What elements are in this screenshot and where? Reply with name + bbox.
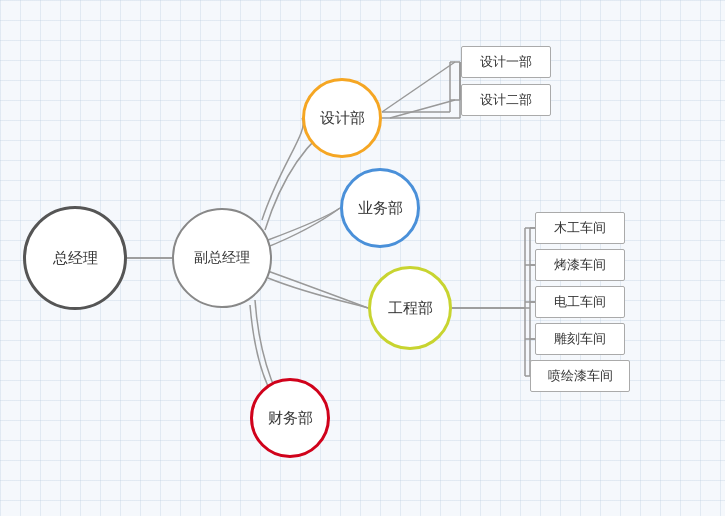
design1-label: 设计一部: [480, 53, 532, 71]
engineering2-label: 烤漆车间: [554, 256, 606, 274]
general-manager-node[interactable]: 总经理: [23, 206, 127, 310]
engineering4-rect[interactable]: 雕刻车间: [535, 323, 625, 355]
design2-label: 设计二部: [480, 91, 532, 109]
design2-rect[interactable]: 设计二部: [461, 84, 551, 116]
engineering4-label: 雕刻车间: [554, 330, 606, 348]
svg-line-8: [382, 62, 455, 112]
design-dept-node[interactable]: 设计部: [302, 78, 382, 158]
engineering1-rect[interactable]: 木工车间: [535, 212, 625, 244]
engineering-dept-node[interactable]: 工程部: [368, 266, 452, 350]
business-dept-label: 业务部: [358, 199, 403, 218]
engineering1-label: 木工车间: [554, 219, 606, 237]
engineering3-label: 电工车间: [554, 293, 606, 311]
engineering5-label: 喷绘漆车间: [548, 367, 613, 385]
vice-general-manager-node[interactable]: 副总经理: [172, 208, 272, 308]
general-manager-label: 总经理: [53, 249, 98, 268]
engineering5-rect[interactable]: 喷绘漆车间: [530, 360, 630, 392]
engineering-dept-label: 工程部: [388, 299, 433, 318]
org-chart-canvas: 总经理 副总经理 设计部 业务部 工程部 财务部 设计一部 设计二部 木工车间 …: [0, 0, 725, 516]
svg-line-9: [390, 100, 455, 118]
vice-general-manager-label: 副总经理: [194, 249, 250, 267]
engineering2-rect[interactable]: 烤漆车间: [535, 249, 625, 281]
design-dept-label: 设计部: [320, 109, 365, 128]
engineering3-rect[interactable]: 电工车间: [535, 286, 625, 318]
business-dept-node[interactable]: 业务部: [340, 168, 420, 248]
finance-dept-node[interactable]: 财务部: [250, 378, 330, 458]
design1-rect[interactable]: 设计一部: [461, 46, 551, 78]
finance-dept-label: 财务部: [268, 409, 313, 428]
